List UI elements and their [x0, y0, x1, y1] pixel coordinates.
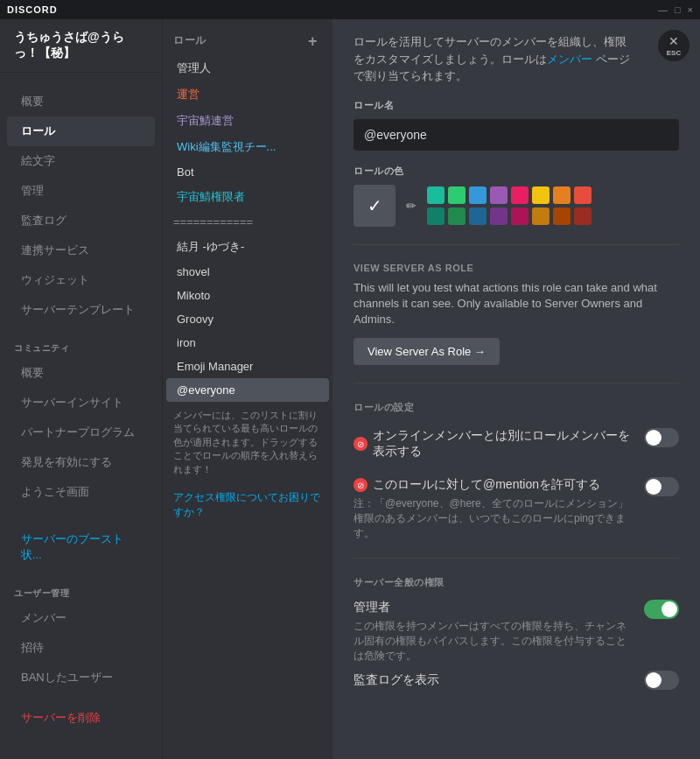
roles-note: メンバーには、このリストに割り当てられている最も高いロールの色が適用されます。ド… [163, 402, 332, 483]
nav-welcome-screen[interactable]: ようこそ画面 [7, 477, 155, 507]
nav-community-overview[interactable]: 概要 [7, 358, 155, 388]
boost-section: サーバーのブースト状... [0, 510, 162, 573]
role-divider: ============ [163, 210, 332, 234]
toggle-switch-admin[interactable] [644, 600, 679, 619]
nav-item-management[interactable]: 管理 [7, 176, 155, 206]
roles-header-label: ロール [173, 33, 206, 48]
role-item-everyone[interactable]: @everyone [166, 378, 329, 402]
color-swatch-0-2[interactable] [469, 186, 486, 204]
titlebar: DISCORD — □ × [0, 0, 700, 19]
nav-boost[interactable]: サーバーのブースト状... [7, 524, 155, 570]
nav-item-server-template[interactable]: サーバーテンプレート [7, 295, 155, 325]
color-swatch-0-3[interactable] [490, 186, 508, 204]
view-server-desc: This will let you test what actions this… [354, 280, 679, 328]
esc-button[interactable]: ✕ ESC [658, 30, 690, 61]
color-swatch-0-7[interactable] [574, 186, 592, 204]
role-item-wiki-editor[interactable]: Wiki編集監視チー... [166, 134, 329, 160]
nav-item-audit-log[interactable]: 監査ログ [7, 206, 155, 235]
nav-item-roles[interactable]: ロール [7, 116, 155, 146]
nav-server-insights[interactable]: サーバーインサイト [7, 388, 155, 418]
audit-log-label: 監査ログを表示 [354, 672, 439, 688]
server-perms-label: サーバー全般の権限 [354, 576, 679, 589]
color-row-1 [427, 207, 592, 225]
nav-item-integrations[interactable]: 連携サービス [7, 235, 155, 265]
section-divider-2 [354, 383, 679, 383]
role-item-kizuki[interactable]: 結月 -ゆづき- [166, 234, 329, 260]
nav-delete-server[interactable]: サーバーを削除 [7, 703, 155, 733]
role-item-space-whale[interactable]: 宇宙鯖権限者 [166, 184, 329, 210]
window-controls[interactable]: — □ × [658, 4, 693, 15]
role-settings-label: ロールの設定 [354, 401, 679, 414]
color-swatch-1-5[interactable] [532, 207, 550, 225]
community-section: コミュニティ 概要 サーバーインサイト パートナープログラム 発見を有効にする … [0, 328, 162, 510]
admin-title: 管理者 [354, 600, 630, 615]
nav-members[interactable]: メンバー [7, 603, 155, 633]
nav-partner-program[interactable]: パートナープログラム [7, 418, 155, 447]
esc-label: ESC [667, 49, 681, 57]
view-server-as-role-button[interactable]: View Server As Role → [354, 338, 500, 365]
role-item-emoji-manager[interactable]: Emoji Manager [166, 355, 329, 378]
color-swatch-1-4[interactable] [511, 207, 528, 225]
color-swatch-1-0[interactable] [427, 207, 444, 225]
audit-log-row: 監査ログを表示 [354, 671, 679, 690]
color-swatch-0-4[interactable] [511, 186, 528, 204]
color-preview[interactable]: ✓ [354, 185, 396, 227]
minimize-button[interactable]: — [658, 4, 668, 15]
members-link[interactable]: メンバー [547, 53, 592, 66]
add-role-icon[interactable]: + [308, 34, 322, 48]
role-item-bot[interactable]: Bot [166, 160, 329, 184]
left-sidebar: うちゅうさば@うらっ！【秘】 概要 ロール 絵文字 管理 監査ログ 連携サービス… [0, 19, 162, 759]
nav-invites[interactable]: 招待 [7, 633, 155, 663]
color-picker-row: ✓ ✏ [354, 185, 679, 227]
community-label: コミュニティ [0, 342, 162, 358]
roles-header: ロール + [163, 26, 332, 55]
role-item-shovel[interactable]: shovel [166, 260, 329, 284]
color-swatch-0-6[interactable] [553, 186, 570, 204]
color-swatch-1-6[interactable] [553, 207, 570, 225]
color-swatch-1-1[interactable] [448, 207, 466, 225]
middle-panel: ロール + 管理人 運営 宇宙鯖連営 Wiki編集監視チー... Bot 宇宙鯖… [162, 19, 332, 759]
role-color-label: ロールの色 [354, 165, 679, 178]
toggle-row-mention: ⊘ このロールに対して@mentionを許可する 注：「@everyone、@h… [354, 477, 679, 540]
no-icon-mention: ⊘ [354, 478, 368, 492]
view-server-label: VIEW SERVER AS ROLE [354, 263, 679, 273]
maximize-button[interactable]: □ [675, 4, 681, 15]
role-item-iron[interactable]: iron [166, 331, 329, 355]
pencil-icon[interactable]: ✏ [402, 197, 420, 214]
nav-bans[interactable]: BANしたユーザー [7, 663, 155, 692]
color-swatch-0-1[interactable] [448, 186, 466, 204]
color-swatch-0-5[interactable] [532, 186, 550, 204]
section-divider-3 [354, 558, 679, 559]
nav-item-emoji[interactable]: 絵文字 [7, 146, 155, 176]
nav-item-widget[interactable]: ウィジェット [7, 265, 155, 295]
role-item-space-fish[interactable]: 宇宙鯖連営 [166, 108, 329, 134]
view-server-section: VIEW SERVER AS ROLE This will let you te… [354, 263, 679, 366]
color-row-0 [427, 186, 592, 204]
color-swatch-1-3[interactable] [490, 207, 508, 225]
toggle-switch-mention[interactable] [644, 477, 679, 496]
color-swatch-0-0[interactable] [427, 186, 444, 204]
toggle-row-separate: ⊘ オンラインメンバーとは別にロールメンバーを表示する [354, 428, 679, 463]
color-swatch-1-7[interactable] [574, 207, 592, 225]
access-help-link[interactable]: アクセス権限についてお困りですか？ [163, 483, 332, 527]
nav-item-overview[interactable]: 概要 [7, 87, 155, 116]
admin-toggle-row: 管理者 この権限を持つメンバーはすべての権限を持ち、チャンネル固有の権限もバイパ… [354, 600, 679, 663]
role-item-operations[interactable]: 運営 [166, 81, 329, 108]
role-name-input[interactable] [354, 119, 679, 151]
nav-discovery[interactable]: 発見を有効にする [7, 447, 155, 477]
close-button[interactable]: × [688, 4, 693, 15]
role-settings-section: ロールの設定 ⊘ オンラインメンバーとは別にロールメンバーを表示する ⊘ このロ… [354, 401, 679, 540]
role-item-admin[interactable]: 管理人 [166, 55, 329, 81]
server-name[interactable]: うちゅうさば@うらっ！【秘】 [0, 19, 162, 73]
role-item-groovy[interactable]: Groovy [166, 307, 329, 331]
toggle-title-mention: ⊘ このロールに対して@mentionを許可する [354, 477, 630, 493]
toggle-info-mention: ⊘ このロールに対して@mentionを許可する 注：「@everyone、@h… [354, 477, 630, 540]
color-swatch-1-2[interactable] [469, 207, 486, 225]
main-nav-section: 概要 ロール 絵文字 管理 監査ログ 連携サービス ウィジェット サーバーテンプ… [0, 73, 162, 328]
no-icon-separate: ⊘ [354, 437, 368, 451]
color-grid [427, 186, 592, 225]
role-item-mikoto[interactable]: Mikoto [166, 284, 329, 307]
toggle-switch-separate[interactable] [644, 428, 679, 447]
checkmark-icon: ✓ [368, 195, 382, 216]
toggle-switch-audit-log[interactable] [644, 671, 679, 690]
